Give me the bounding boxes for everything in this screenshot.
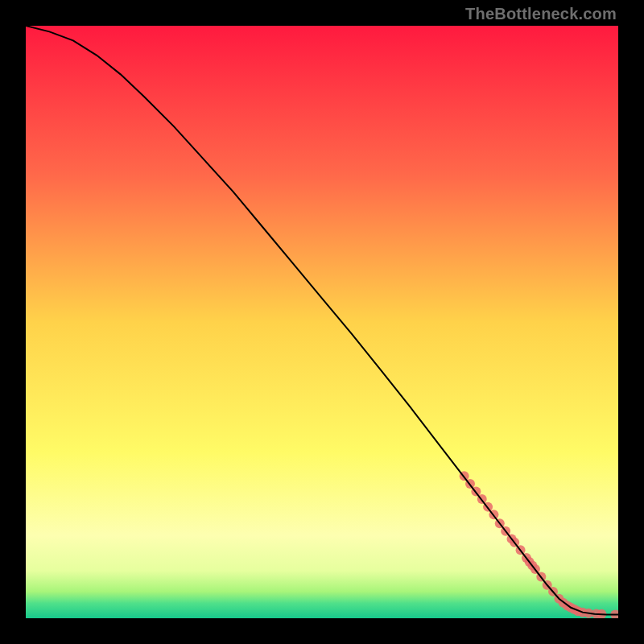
plot-svg bbox=[26, 26, 618, 618]
watermark-text: TheBottleneck.com bbox=[465, 5, 617, 23]
gradient-rect bbox=[26, 26, 618, 618]
chart-frame: TheBottleneck.com bbox=[0, 0, 644, 644]
plot-area bbox=[26, 26, 618, 618]
